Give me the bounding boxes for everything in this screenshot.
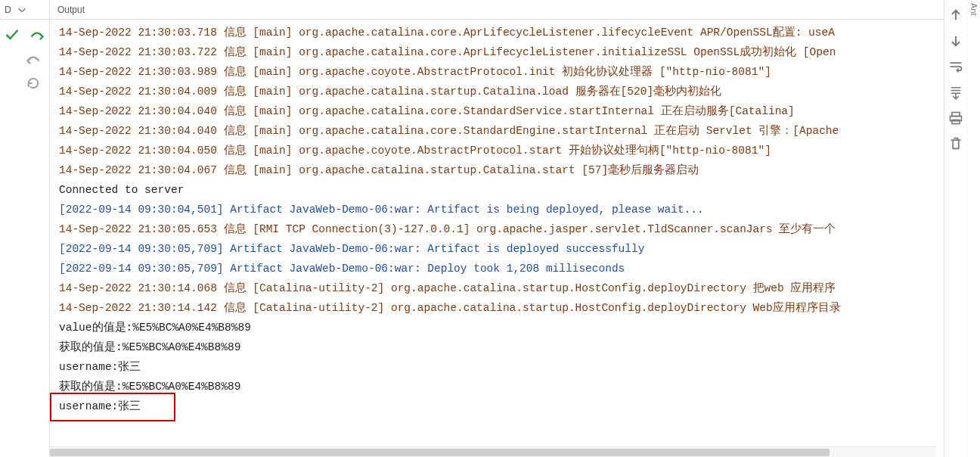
console-line: 14-Sep-2022 21:30:04.067 信息 [main] org.a… [59,160,944,180]
soft-wrap-icon[interactable] [948,59,963,74]
horizontal-scrollbar[interactable] [50,446,936,457]
left-gutter: D [0,0,50,457]
step-back-icon[interactable] [26,51,41,67]
chevron-down-icon [14,2,29,17]
scrollbar-thumb[interactable] [50,449,830,456]
ant-tool-window-stripe[interactable]: Ant [966,0,980,457]
console-line: Connected to server [59,180,944,200]
right-toolbar [944,0,966,457]
console-line: 14-Sep-2022 21:30:04.040 信息 [main] org.a… [59,121,944,141]
console-line: 获取的值是:%E5%BC%A0%E4%B8%89 [59,377,944,396]
console-line: 14-Sep-2022 21:30:14.142 信息 [Catalina-ut… [59,298,944,318]
console-line: username:张三 [59,357,944,377]
trash-icon[interactable] [948,136,963,151]
console-line: value的值是:%E5%BC%A0%E4%B8%89 [59,318,944,337]
console-line: 14-Sep-2022 21:30:05.653 信息 [RMI TCP Con… [59,219,944,239]
ant-label: Ant [969,3,978,16]
arrow-up-icon[interactable] [948,8,963,23]
console-line: 14-Sep-2022 21:30:04.040 信息 [main] org.a… [59,101,944,121]
console-line: 14-Sep-2022 21:30:03.718 信息 [main] org.a… [59,23,944,42]
console-line: 14-Sep-2022 21:30:04.009 信息 [main] org.a… [59,82,944,101]
console-line: 14-Sep-2022 21:30:03.722 信息 [main] org.a… [59,42,944,62]
output-tab-label: Output [57,5,85,15]
console-line: [2022-09-14 09:30:05,709] Artifact JavaW… [59,259,944,278]
console-line: 14-Sep-2022 21:30:14.068 信息 [Catalina-ut… [59,278,944,298]
highlight-annotation [50,393,175,421]
console-output[interactable]: 14-Sep-2022 21:30:03.718 信息 [main] org.a… [50,20,944,440]
step-over-icon[interactable] [29,27,45,42]
svg-rect-2 [952,120,960,124]
run-config-tab[interactable]: D [0,0,49,20]
console-line: 获取的值是:%E5%BC%A0%E4%B8%89 [59,337,944,357]
scroll-to-end-icon[interactable] [948,85,963,100]
output-tab[interactable]: Output [50,0,944,20]
check-icon[interactable] [5,27,20,42]
console-line: 14-Sep-2022 21:30:03.989 信息 [main] org.a… [59,62,944,82]
arrow-down-icon[interactable] [948,33,963,48]
run-config-label: D [5,5,11,15]
console-line: [2022-09-14 09:30:04,501] Artifact JavaW… [59,200,944,219]
print-icon[interactable] [948,110,963,126]
console-line: username:张三 [59,396,944,416]
refresh-icon[interactable] [26,76,41,91]
console-line: 14-Sep-2022 21:30:04.050 信息 [main] org.a… [59,141,944,160]
console-line: [2022-09-14 09:30:05,709] Artifact JavaW… [59,239,944,259]
